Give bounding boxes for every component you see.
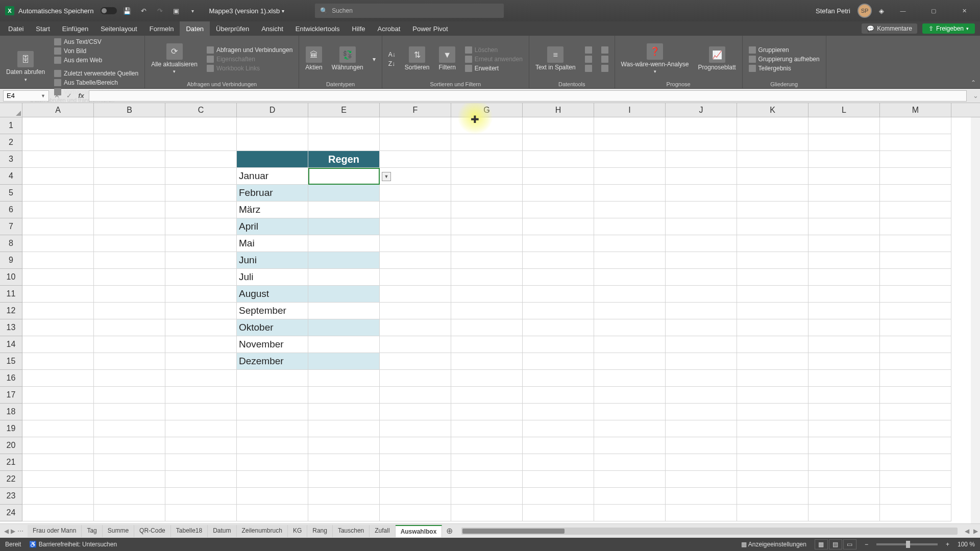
cell-B24[interactable]: [94, 505, 165, 521]
sheet-tab[interactable]: Zufall: [370, 525, 395, 537]
row-header-8[interactable]: 8: [0, 235, 22, 252]
file-name[interactable]: Mappe3 (version 1).xlsb ▾: [209, 7, 284, 15]
cell-L21[interactable]: [808, 454, 880, 471]
scrollbar-thumb[interactable]: [462, 529, 565, 534]
cell-C4[interactable]: [165, 168, 237, 185]
row-header-24[interactable]: 24: [0, 505, 22, 521]
cell-D19[interactable]: [237, 420, 308, 437]
cell-E13[interactable]: [308, 319, 380, 336]
cell-G6[interactable]: [451, 202, 523, 218]
cell-B9[interactable]: [94, 252, 165, 269]
undo-icon[interactable]: ↶: [137, 5, 150, 17]
currencies-button[interactable]: 💱 Währungen: [330, 45, 365, 72]
sheet-tab[interactable]: Summe: [103, 525, 134, 537]
cell-D6[interactable]: März: [237, 202, 308, 218]
cell-K10[interactable]: [737, 269, 808, 286]
row-header-17[interactable]: 17: [0, 387, 22, 404]
cell-G22[interactable]: [451, 471, 523, 488]
cell-J17[interactable]: [666, 387, 737, 404]
cell-L5[interactable]: [808, 185, 880, 202]
data-validation-button[interactable]: [583, 64, 594, 72]
cell-C14[interactable]: [165, 336, 237, 353]
cell-J22[interactable]: [666, 471, 737, 488]
cell-M12[interactable]: [880, 303, 951, 319]
filter-button[interactable]: ▼ Filtern: [436, 45, 457, 72]
cell-H7[interactable]: [523, 218, 594, 235]
cell-G10[interactable]: [451, 269, 523, 286]
cell-G15[interactable]: [451, 353, 523, 370]
cell-A8[interactable]: [22, 235, 94, 252]
cell-K14[interactable]: [737, 336, 808, 353]
cell-G14[interactable]: [451, 336, 523, 353]
tab-ansicht[interactable]: Ansicht: [255, 21, 289, 36]
cell-K6[interactable]: [737, 202, 808, 218]
cell-F13[interactable]: [380, 319, 451, 336]
cell-J3[interactable]: [666, 151, 737, 168]
cell-F3[interactable]: [380, 151, 451, 168]
spreadsheet-grid[interactable]: ABCDEFGHIJKLM 12345678910111213141516171…: [0, 103, 980, 523]
cell-M16[interactable]: [880, 370, 951, 387]
cell-L14[interactable]: [808, 336, 880, 353]
row-header-10[interactable]: 10: [0, 269, 22, 286]
cell-L8[interactable]: [808, 235, 880, 252]
cell-B13[interactable]: [94, 319, 165, 336]
cell-D15[interactable]: Dezember: [237, 353, 308, 370]
column-header-J[interactable]: J: [666, 103, 737, 117]
column-header-D[interactable]: D: [237, 103, 308, 117]
cell-B18[interactable]: [94, 404, 165, 420]
cell-I19[interactable]: [594, 420, 666, 437]
consolidate-button[interactable]: [599, 46, 610, 54]
cell-E2[interactable]: [308, 134, 380, 151]
column-header-F[interactable]: F: [380, 103, 451, 117]
cell-B2[interactable]: [94, 134, 165, 151]
add-sheet-button[interactable]: ⊕: [442, 526, 456, 536]
cell-E1[interactable]: [308, 117, 380, 134]
fx-icon[interactable]: fx: [76, 90, 87, 102]
cell-G17[interactable]: [451, 387, 523, 404]
cell-B8[interactable]: [94, 235, 165, 252]
cancel-formula-button[interactable]: ✕: [51, 90, 62, 102]
cell-G21[interactable]: [451, 454, 523, 471]
column-header-I[interactable]: I: [594, 103, 666, 117]
cell-B12[interactable]: [94, 303, 165, 319]
vertical-scrollbar[interactable]: [971, 117, 980, 523]
cell-M22[interactable]: [880, 471, 951, 488]
cell-M24[interactable]: [880, 505, 951, 521]
cell-F16[interactable]: [380, 370, 451, 387]
cell-I22[interactable]: [594, 471, 666, 488]
maximize-button[interactable]: ▢: [922, 3, 945, 18]
cell-E3[interactable]: Regen: [308, 151, 380, 168]
view-layout-button[interactable]: ▤: [829, 539, 842, 549]
cell-B19[interactable]: [94, 420, 165, 437]
cell-J12[interactable]: [666, 303, 737, 319]
column-header-E[interactable]: E: [308, 103, 380, 117]
cell-A9[interactable]: [22, 252, 94, 269]
cell-H17[interactable]: [523, 387, 594, 404]
cell-F18[interactable]: [380, 404, 451, 420]
row-header-23[interactable]: 23: [0, 488, 22, 505]
cell-K5[interactable]: [737, 185, 808, 202]
username[interactable]: Stefan Petri: [816, 7, 850, 15]
cell-C7[interactable]: [165, 218, 237, 235]
cell-K3[interactable]: [737, 151, 808, 168]
cell-B23[interactable]: [94, 488, 165, 505]
cell-D24[interactable]: [237, 505, 308, 521]
ribbon-item[interactable]: Zuletzt verwendete Quellen: [52, 69, 140, 78]
cell-D16[interactable]: [237, 370, 308, 387]
column-headers[interactable]: ABCDEFGHIJKLM: [22, 103, 980, 117]
view-normal-button[interactable]: ▦: [815, 539, 828, 549]
accessibility-status[interactable]: ♿ Barrierefreiheit: Untersuchen: [29, 541, 117, 548]
cell-I10[interactable]: [594, 269, 666, 286]
cell-C21[interactable]: [165, 454, 237, 471]
cell-A21[interactable]: [22, 454, 94, 471]
cell-G19[interactable]: [451, 420, 523, 437]
cell-M13[interactable]: [880, 319, 951, 336]
cell-B11[interactable]: [94, 286, 165, 303]
column-header-B[interactable]: B: [94, 103, 165, 117]
cell-D2[interactable]: [237, 134, 308, 151]
cell-D11[interactable]: August: [237, 286, 308, 303]
cell-E8[interactable]: [308, 235, 380, 252]
cell-D4[interactable]: Januar: [237, 168, 308, 185]
cell-M17[interactable]: [880, 387, 951, 404]
whatif-button[interactable]: ❓ Was-wäre-wenn-Analyse ▾: [619, 42, 691, 76]
